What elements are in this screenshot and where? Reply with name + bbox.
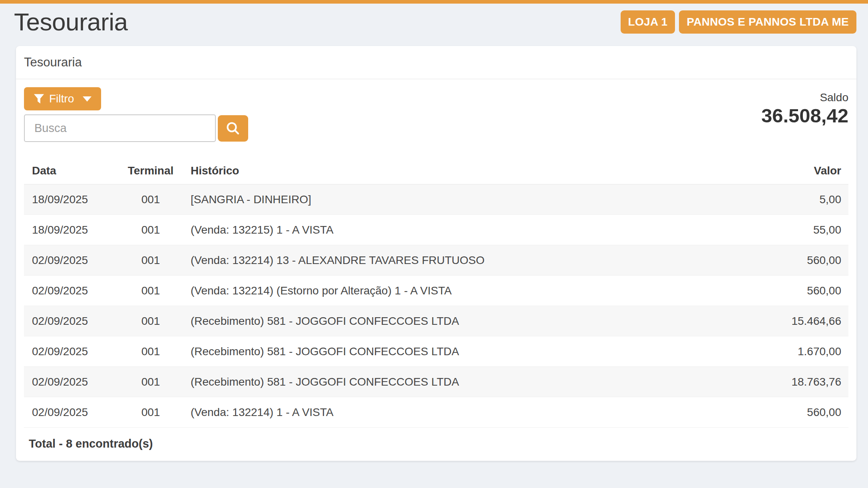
table-row: 02/09/2025001(Recebimento) 581 - JOGGOFI… [24, 367, 848, 397]
search-button[interactable] [218, 115, 248, 142]
table-footer-total: Total - 8 encontrado(s) [24, 427, 848, 461]
cell-data: 18/09/2025 [24, 184, 119, 215]
table-row: 18/09/2025001(Venda: 132215) 1 - A VISTA… [24, 215, 848, 245]
store-badge-loja[interactable]: LOJA 1 [621, 10, 675, 34]
cell-historico: (Recebimento) 581 - JOGGOFI CONFECCOES L… [183, 367, 733, 397]
table-row: 02/09/2025001(Venda: 132214) (Estorno po… [24, 276, 848, 306]
cell-historico: (Venda: 132214) 13 - ALEXANDRE TAVARES F… [183, 245, 733, 276]
cell-terminal: 001 [119, 184, 183, 215]
cell-terminal: 001 [119, 367, 183, 397]
saldo-label: Saldo [761, 91, 848, 104]
table-row: 02/09/2025001(Recebimento) 581 - JOGGOFI… [24, 306, 848, 336]
search-row [24, 114, 848, 142]
cell-terminal: 001 [119, 245, 183, 276]
cell-historico: (Venda: 132214) (Estorno por Alteração) … [183, 276, 733, 306]
cell-valor: 560,00 [733, 276, 848, 306]
movements-table: Data Terminal Histórico Valor 18/09/2025… [24, 159, 848, 427]
cell-data: 02/09/2025 [24, 367, 119, 397]
cell-valor: 5,00 [733, 184, 848, 215]
table-row: 02/09/2025001(Venda: 132214) 1 - A VISTA… [24, 397, 848, 428]
cell-historico: (Venda: 132215) 1 - A VISTA [183, 215, 733, 245]
page-title: Tesouraria [14, 8, 127, 36]
cell-valor: 1.670,00 [733, 336, 848, 367]
table-row: 02/09/2025001(Venda: 132214) 13 - ALEXAN… [24, 245, 848, 276]
funnel-icon [34, 94, 44, 104]
search-input[interactable] [24, 114, 216, 142]
saldo-value: 36.508,42 [761, 105, 848, 126]
magnifier-icon [226, 121, 240, 136]
caret-down-icon [83, 96, 92, 102]
column-header-valor: Valor [733, 159, 848, 184]
cell-valor: 18.763,76 [733, 367, 848, 397]
card-body: Saldo 36.508,42 Filtro [16, 79, 856, 461]
cell-historico: (Recebimento) 581 - JOGGOFI CONFECCOES L… [183, 306, 733, 336]
tesouraria-card: Tesouraria Saldo 36.508,42 Filtro [16, 46, 856, 461]
cell-data: 02/09/2025 [24, 397, 119, 428]
cell-valor: 55,00 [733, 215, 848, 245]
column-header-data: Data [24, 159, 119, 184]
saldo-block: Saldo 36.508,42 [761, 91, 848, 126]
cell-terminal: 001 [119, 306, 183, 336]
cell-data: 02/09/2025 [24, 276, 119, 306]
store-badges: LOJA 1 PANNOS E PANNOS LTDA ME [621, 10, 856, 34]
column-header-historico: Histórico [183, 159, 733, 184]
cell-data: 18/09/2025 [24, 215, 119, 245]
table-row: 02/09/2025001(Recebimento) 581 - JOGGOFI… [24, 336, 848, 367]
cell-data: 02/09/2025 [24, 245, 119, 276]
card-title: Tesouraria [16, 46, 856, 79]
top-accent-bar [0, 0, 868, 4]
cell-data: 02/09/2025 [24, 306, 119, 336]
page-header: Tesouraria LOJA 1 PANNOS E PANNOS LTDA M… [0, 4, 868, 36]
cell-terminal: 001 [119, 276, 183, 306]
filter-button[interactable]: Filtro [24, 87, 101, 110]
cell-valor: 560,00 [733, 245, 848, 276]
cell-valor: 560,00 [733, 397, 848, 428]
cell-historico: (Recebimento) 581 - JOGGOFI CONFECCOES L… [183, 336, 733, 367]
cell-terminal: 001 [119, 215, 183, 245]
cell-terminal: 001 [119, 336, 183, 367]
cell-data: 02/09/2025 [24, 336, 119, 367]
cell-valor: 15.464,66 [733, 306, 848, 336]
table-row: 18/09/2025001[SANGRIA - DINHEIRO]5,00 [24, 184, 848, 215]
table-body: 18/09/2025001[SANGRIA - DINHEIRO]5,0018/… [24, 184, 848, 428]
company-badge[interactable]: PANNOS E PANNOS LTDA ME [679, 10, 856, 34]
cell-terminal: 001 [119, 397, 183, 428]
cell-historico: (Venda: 132214) 1 - A VISTA [183, 397, 733, 428]
cell-historico: [SANGRIA - DINHEIRO] [183, 184, 733, 215]
column-header-terminal: Terminal [119, 159, 183, 184]
filter-button-label: Filtro [49, 92, 74, 105]
table-header: Data Terminal Histórico Valor [24, 159, 848, 184]
